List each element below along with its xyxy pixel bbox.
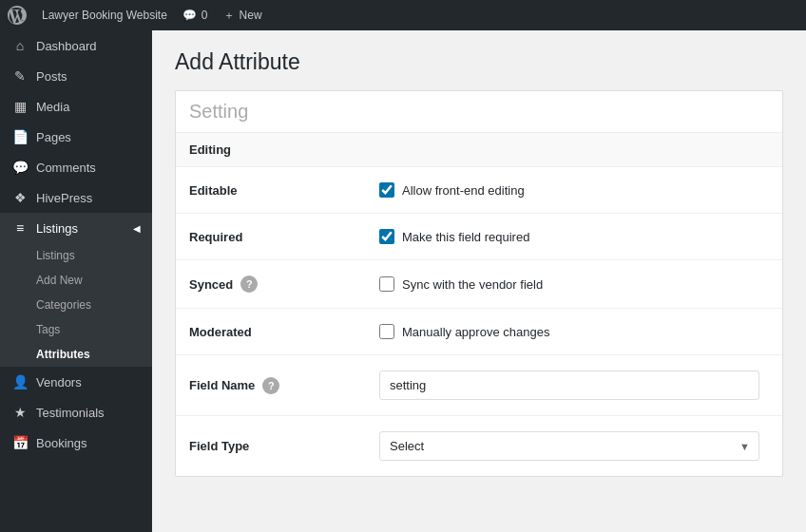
moderated-checkbox-row: Manually approve changes bbox=[379, 324, 769, 339]
new-button[interactable]: ＋ New bbox=[223, 8, 262, 24]
sidebar-item-posts[interactable]: ✎ Posts bbox=[0, 61, 152, 91]
table-row: Field Type Select Text Textarea Number C… bbox=[176, 416, 782, 477]
sidebar-item-hivepress[interactable]: ❖ HivePress bbox=[0, 182, 152, 213]
editable-label: Editable bbox=[176, 167, 366, 214]
synced-checkbox-row: Sync with the vendor field bbox=[379, 276, 769, 292]
chevron-right-icon: ◀ bbox=[133, 223, 141, 234]
section-label: Editing bbox=[189, 142, 231, 157]
site-name[interactable]: Lawyer Booking Website bbox=[42, 9, 167, 22]
testimonials-icon: ★ bbox=[11, 405, 29, 420]
media-icon: ▦ bbox=[11, 99, 29, 114]
sub-menu-item-add-new[interactable]: Add New bbox=[0, 268, 152, 293]
sub-menu-item-categories[interactable]: Categories bbox=[0, 293, 152, 317]
field-name-label: Field Name ? bbox=[176, 355, 366, 416]
sidebar-item-media[interactable]: ▦ Media bbox=[0, 91, 152, 122]
moderated-label: Moderated bbox=[176, 309, 366, 355]
top-bar: Lawyer Booking Website 💬 0 ＋ New bbox=[0, 0, 806, 30]
table-row: Required Make this field required bbox=[176, 214, 782, 260]
required-checkbox[interactable] bbox=[379, 229, 394, 244]
sidebar-item-comments[interactable]: 💬 Comments bbox=[0, 152, 152, 182]
synced-checkbox-label: Sync with the vendor field bbox=[402, 277, 543, 292]
dashboard-icon: ⌂ bbox=[11, 38, 29, 53]
sidebar-item-vendors[interactable]: 👤 Vendors bbox=[0, 367, 152, 397]
sidebar-item-label: Listings bbox=[36, 221, 125, 236]
sidebar-item-label: Testimonials bbox=[36, 406, 141, 420]
vendors-icon: 👤 bbox=[11, 374, 29, 390]
main-content: Add Attribute Editing Editable bbox=[152, 30, 806, 532]
setting-name-input[interactable] bbox=[176, 91, 782, 132]
sub-menu-item-tags[interactable]: Tags bbox=[0, 317, 152, 342]
required-checkbox-label: Make this field required bbox=[402, 230, 529, 244]
required-label: Required bbox=[176, 214, 366, 260]
field-name-help-icon[interactable]: ? bbox=[262, 377, 279, 394]
setting-name-row bbox=[176, 91, 782, 133]
comments-count: 0 bbox=[202, 9, 208, 22]
comments-icon: 💬 bbox=[11, 160, 29, 175]
table-row: Field Name ? bbox=[176, 355, 782, 416]
required-checkbox-row: Make this field required bbox=[379, 229, 769, 244]
field-type-select[interactable]: Select Text Textarea Number Checkbox Dat… bbox=[379, 431, 759, 461]
listings-sub-menu: Listings Add New Categories Tags Attribu… bbox=[0, 243, 152, 367]
sub-menu-label: Attributes bbox=[36, 348, 90, 361]
sidebar-item-label: Media bbox=[36, 100, 141, 114]
table-row: Editable Allow front-end editing bbox=[176, 167, 782, 214]
sidebar-item-label: Vendors bbox=[36, 375, 141, 390]
comments-link[interactable]: 💬 0 bbox=[182, 9, 208, 22]
sub-menu-label: Categories bbox=[36, 298, 91, 312]
table-row: Moderated Manually approve changes bbox=[176, 309, 782, 355]
sidebar-item-testimonials[interactable]: ★ Testimonials bbox=[0, 397, 152, 428]
sidebar-item-label: Posts bbox=[36, 69, 141, 84]
field-type-select-wrapper: Select Text Textarea Number Checkbox Dat… bbox=[379, 431, 759, 461]
synced-help-icon[interactable]: ? bbox=[240, 276, 258, 293]
listings-icon: ≡ bbox=[11, 220, 29, 236]
field-name-field bbox=[366, 355, 782, 416]
sidebar-item-label: Comments bbox=[36, 161, 141, 175]
required-field: Make this field required bbox=[366, 214, 782, 260]
sidebar-item-label: Pages bbox=[36, 130, 141, 144]
sub-menu-label: Listings bbox=[36, 249, 75, 262]
sidebar-item-label: Dashboard bbox=[36, 39, 141, 53]
section-header-editing: Editing bbox=[176, 133, 782, 167]
editable-checkbox[interactable] bbox=[379, 182, 394, 198]
sidebar: ⌂ Dashboard ✎ Posts ▦ Media 📄 Pages 💬 Co… bbox=[0, 30, 152, 532]
pages-icon: 📄 bbox=[11, 129, 29, 144]
moderated-checkbox[interactable] bbox=[379, 324, 394, 339]
hivepress-icon: ❖ bbox=[11, 190, 29, 205]
sidebar-item-pages[interactable]: 📄 Pages bbox=[0, 122, 152, 152]
content-card: Editing Editable Allow front-end editing bbox=[175, 90, 783, 477]
field-type-field: Select Text Textarea Number Checkbox Dat… bbox=[366, 416, 782, 477]
sidebar-item-dashboard[interactable]: ⌂ Dashboard bbox=[0, 30, 152, 61]
page-title: Add Attribute bbox=[175, 49, 783, 75]
sub-menu-item-attributes[interactable]: Attributes bbox=[0, 342, 152, 367]
new-label: New bbox=[240, 9, 262, 22]
sidebar-item-label: Bookings bbox=[36, 436, 141, 450]
sidebar-item-label: HivePress bbox=[36, 191, 141, 205]
form-table: Editable Allow front-end editing Require… bbox=[176, 167, 782, 476]
editable-field: Allow front-end editing bbox=[366, 167, 782, 214]
sub-menu-item-listings[interactable]: Listings bbox=[0, 243, 152, 268]
sub-menu-label: Tags bbox=[36, 323, 60, 336]
sidebar-item-listings[interactable]: ≡ Listings ◀ bbox=[0, 213, 152, 243]
comment-icon: 💬 bbox=[182, 9, 197, 22]
editable-checkbox-label: Allow front-end editing bbox=[402, 183, 525, 198]
table-row: Synced ? Sync with the vendor field bbox=[176, 260, 782, 309]
field-type-label: Field Type bbox=[176, 416, 366, 477]
field-name-input[interactable] bbox=[379, 370, 759, 400]
sidebar-item-bookings[interactable]: 📅 Bookings bbox=[0, 428, 152, 458]
posts-icon: ✎ bbox=[11, 68, 29, 84]
synced-label: Synced ? bbox=[176, 260, 366, 309]
moderated-field: Manually approve changes bbox=[366, 309, 782, 355]
synced-field: Sync with the vendor field bbox=[366, 260, 782, 309]
moderated-checkbox-label: Manually approve changes bbox=[402, 325, 549, 339]
sub-menu-label: Add New bbox=[36, 274, 83, 287]
bookings-icon: 📅 bbox=[11, 435, 29, 450]
editable-checkbox-row: Allow front-end editing bbox=[379, 182, 769, 198]
wp-logo[interactable] bbox=[8, 6, 27, 25]
site-name-label: Lawyer Booking Website bbox=[42, 9, 167, 22]
synced-checkbox[interactable] bbox=[379, 276, 394, 292]
